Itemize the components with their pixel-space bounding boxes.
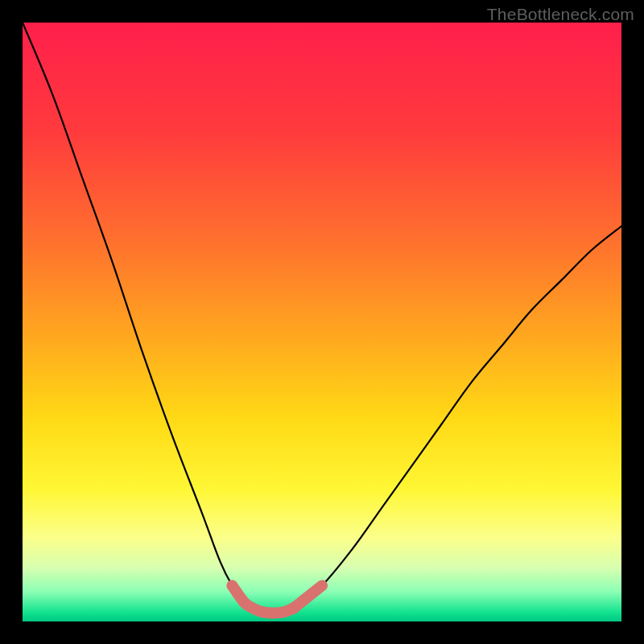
bottleneck-curve (23, 23, 621, 613)
trough-highlight (232, 585, 322, 613)
watermark-text: TheBottleneck.com (487, 5, 634, 24)
curve-layer (23, 23, 621, 621)
plot-area (23, 23, 621, 621)
chart-frame: TheBottleneck.com (0, 0, 644, 644)
